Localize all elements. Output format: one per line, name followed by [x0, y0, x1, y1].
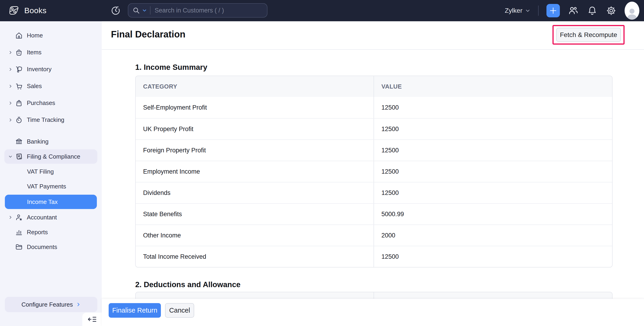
chevron-right-icon — [7, 67, 14, 72]
books-logo-icon — [8, 4, 19, 16]
collapse-sidebar-icon[interactable] — [88, 316, 96, 323]
table-row: Employment Income 12500 — [136, 161, 612, 182]
table-row: State Benefits 5000.99 — [136, 203, 612, 224]
search-input[interactable] — [150, 7, 263, 14]
documents-folder-icon — [15, 243, 23, 251]
settings-gear-icon[interactable] — [606, 5, 617, 16]
sidebar: Home Items — [0, 21, 102, 326]
banking-icon — [15, 137, 23, 146]
sidebar-item-reports[interactable]: Reports — [0, 225, 102, 240]
org-name: Zylker — [505, 7, 522, 14]
column-header-category: CATEGORY — [136, 76, 374, 97]
plus-icon — [549, 6, 557, 15]
inventory-trolley-icon — [15, 65, 23, 74]
fetch-recompute-button[interactable]: Fetch & Recompute — [556, 28, 621, 42]
sidebar-collapse-notch — [82, 312, 102, 326]
sidebar-item-purchases[interactable]: Purchases — [0, 94, 102, 112]
time-tracking-stopwatch-icon — [15, 116, 23, 124]
sidebar-item-filing-compliance[interactable]: Filing & Compliance — [4, 149, 97, 164]
finalise-return-button[interactable]: Finalise Return — [109, 303, 161, 318]
app-window: Books Zylker — [0, 0, 644, 326]
sidebar-item-banking[interactable]: Banking — [0, 134, 102, 149]
org-selector[interactable]: Zylker — [505, 7, 530, 14]
app-name: Books — [24, 6, 46, 15]
income-summary-table: CATEGORY VALUE Self-Employment Profit 12… — [135, 76, 612, 268]
table-row: Self-Employment Profit 12500 — [136, 97, 612, 118]
sidebar-item-documents[interactable]: Documents — [0, 240, 102, 254]
table-row: Other Income 2000 — [136, 224, 612, 246]
accountant-icon — [15, 213, 23, 222]
search-scope-chevron-icon[interactable] — [142, 8, 147, 13]
main-content: Final Declaration Fetch & Recompute 1. I… — [102, 21, 644, 326]
users-icon[interactable] — [568, 5, 579, 16]
user-avatar[interactable] — [624, 2, 640, 20]
quick-create-button[interactable] — [546, 4, 560, 17]
cancel-button[interactable]: Cancel — [165, 303, 194, 318]
topbar-actions: Zylker — [505, 0, 640, 21]
column-header-value: VALUE — [374, 76, 612, 97]
page-header: Final Declaration Fetch & Recompute — [102, 21, 644, 50]
table-row: UK Property Profit 12500 — [136, 118, 612, 140]
reports-chart-icon — [15, 228, 23, 236]
sidebar-subitem-income-tax[interactable]: Income Tax — [5, 195, 97, 209]
form-content: 1. Income Summary CATEGORY VALUE Self-Em… — [102, 50, 644, 326]
sales-cart-icon — [15, 82, 23, 90]
table-row: Dividends 12500 — [136, 182, 612, 203]
app-logo[interactable]: Books — [8, 4, 46, 16]
chevron-down-icon — [7, 154, 14, 158]
chevron-right-icon — [7, 215, 14, 220]
recent-history-icon[interactable] — [110, 6, 121, 16]
page-title: Final Declaration — [111, 29, 186, 40]
search-icon — [132, 7, 140, 14]
sidebar-nav: Home Items — [0, 21, 102, 254]
filing-compliance-icon — [15, 152, 23, 161]
topbar-divider — [538, 6, 538, 16]
section-title-income-summary: 1. Income Summary — [135, 63, 207, 72]
global-search[interactable] — [128, 3, 268, 18]
sidebar-item-accountant[interactable]: Accountant — [0, 210, 102, 225]
chevron-right-icon — [76, 302, 81, 307]
table-row: Foreign Property Profit 12500 — [136, 140, 612, 161]
chevron-down-icon — [525, 8, 530, 13]
sidebar-subitem-vat-filing[interactable]: VAT Filing — [0, 164, 102, 179]
home-icon — [15, 32, 23, 40]
sidebar-item-sales[interactable]: Sales — [0, 78, 102, 94]
notifications-bell-icon[interactable] — [587, 5, 598, 16]
sidebar-item-items[interactable]: Items — [0, 44, 102, 61]
configure-features-button[interactable]: Configure Features — [5, 297, 97, 312]
table-header-row: CATEGORY VALUE — [136, 76, 612, 97]
purchases-bag-icon — [15, 99, 23, 107]
sidebar-subitem-vat-payments[interactable]: VAT Payments — [0, 179, 102, 194]
chevron-right-icon — [7, 50, 14, 54]
topbar: Books Zylker — [0, 0, 644, 21]
chevron-right-icon — [7, 118, 14, 122]
sidebar-item-home[interactable]: Home — [0, 27, 102, 44]
chevron-right-icon — [7, 101, 14, 105]
section-title-deductions: 2. Deductions and Allowance — [135, 280, 240, 289]
annotation-highlight-box: Fetch & Recompute — [552, 25, 624, 44]
action-footer: Finalise Return Cancel — [102, 299, 644, 326]
chevron-right-icon — [7, 84, 14, 88]
table-row: Total Income Received 12500 — [136, 246, 612, 267]
sidebar-item-inventory[interactable]: Inventory — [0, 61, 102, 78]
sidebar-item-time-tracking[interactable]: Time Tracking — [0, 112, 102, 128]
items-bag-icon — [15, 48, 23, 57]
